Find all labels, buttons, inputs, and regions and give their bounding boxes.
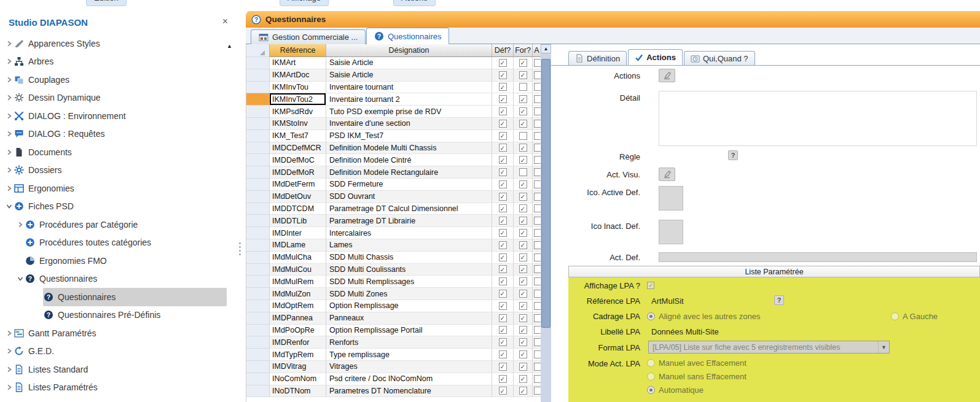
for-checkbox[interactable] (519, 132, 527, 140)
cell-designation[interactable]: Definition Modele Cintré (326, 154, 492, 166)
for-checkbox[interactable]: ✓ (519, 302, 527, 310)
cell-designation[interactable]: PSD IKM_Test7 (326, 130, 492, 142)
chevron-right-icon[interactable] (5, 366, 14, 373)
menu-item-actions[interactable]: Actions (393, 0, 436, 6)
for-checkbox[interactable]: ✓ (519, 156, 527, 164)
a-checkbox[interactable] (534, 217, 541, 225)
scrollbar-thumb[interactable] (541, 59, 551, 328)
cell-designation[interactable]: Option Remplissage Portail (326, 325, 492, 337)
for-checkbox[interactable]: ✓ (519, 229, 527, 237)
def-checkbox[interactable]: ✓ (499, 326, 507, 334)
chevron-right-icon[interactable] (5, 167, 14, 173)
table-row[interactable]: IKMInvTou2Inventaire tournant 2✓✓ (246, 93, 541, 106)
cell-designation[interactable]: Renforts (326, 336, 492, 349)
cell-reference[interactable]: IMDDefMoR (270, 166, 326, 179)
table-row[interactable]: IMDVitragVitrages✓✓ (246, 361, 541, 373)
sidebar-item-apparences-styles[interactable]: Apparences Styles (5, 34, 227, 53)
def-checkbox[interactable]: ✓ (499, 375, 507, 383)
sidebar-item-fiches-psd[interactable]: Fiches PSD (5, 198, 227, 216)
def-checkbox[interactable]: ✓ (499, 290, 507, 298)
for-checkbox[interactable]: ✓ (519, 241, 527, 249)
def-checkbox[interactable]: ✓ (499, 338, 507, 346)
cell-reference[interactable]: IMdMulZon (270, 288, 326, 300)
table-row[interactable]: IMDPanneaPanneaux✓✓ (246, 312, 541, 325)
table-row[interactable]: IKMArtDocSaisie Article✓✓ (246, 69, 541, 82)
table-row[interactable]: IMdMulChaSDD Multi Chassis✓✓ (246, 252, 541, 264)
def-checkbox[interactable]: ✓ (499, 302, 507, 310)
cell-reference[interactable]: IMDPannea (270, 312, 326, 325)
sidebar-item-couplages[interactable]: Couplages (5, 71, 227, 89)
sidebar-item-questionnaires[interactable]: ?Questionnaires (16, 270, 227, 288)
cell-designation[interactable]: Parametrage DT Librairie (326, 215, 492, 227)
table-row[interactable]: IMDLameLames✓✓ (246, 239, 541, 252)
chevron-right-icon[interactable] (5, 113, 14, 119)
a-checkbox[interactable] (534, 265, 541, 273)
def-checkbox[interactable]: ✓ (499, 363, 507, 371)
chevron-right-icon[interactable] (5, 348, 14, 354)
row-selector[interactable] (246, 191, 270, 203)
a-checkbox[interactable] (534, 59, 541, 67)
a-checkbox[interactable] (534, 95, 541, 103)
cell-designation[interactable]: Lames (326, 239, 492, 252)
sidebar-item-listes-parametres[interactable]: Listes Paramétrés (5, 379, 227, 397)
menu-item-affichage[interactable]: Affichage (280, 0, 329, 6)
def-checkbox[interactable]: ✓ (499, 95, 507, 103)
a-checkbox[interactable] (534, 387, 541, 395)
row-selector[interactable] (246, 179, 270, 191)
sidebar-item-ergonomies-fmo[interactable]: Ergonomies FMO (16, 252, 227, 270)
cadrage-lpa-radio-aligne-avec-les-autres-zones[interactable] (647, 312, 655, 320)
cell-designation[interactable]: Inventaire d'une section (326, 118, 492, 130)
sidebar-item-procedures-toutes-categories[interactable]: Procédures toutes catégories (16, 234, 227, 252)
chevron-down-icon[interactable] (16, 276, 25, 282)
a-checkbox[interactable] (534, 132, 541, 140)
def-checkbox[interactable]: ✓ (499, 193, 507, 201)
mode-act-lpa-radio-manuel-avec-effacement[interactable] (647, 359, 655, 367)
row-selector[interactable] (246, 57, 270, 69)
detail-textarea[interactable] (659, 91, 977, 146)
sidebar-item-documents[interactable]: Documents (5, 143, 227, 161)
a-checkbox[interactable] (534, 204, 541, 212)
def-checkbox[interactable]: ✓ (499, 217, 507, 225)
cell-reference[interactable]: IMDInter (270, 227, 326, 239)
scroll-up-arrow[interactable]: ▲ (541, 44, 551, 53)
table-row[interactable]: IMDInterIntercalaires✓✓ (246, 227, 541, 239)
a-checkbox[interactable] (534, 193, 541, 201)
cell-designation[interactable]: Tuto PSD exemple prise de RDV (326, 106, 492, 118)
row-selector[interactable] (246, 325, 270, 337)
row-selector[interactable] (246, 349, 270, 361)
row-selector[interactable] (246, 300, 270, 312)
cell-reference[interactable]: INoDTNom (270, 385, 326, 398)
table-row[interactable]: IMDDefMoCDefinition Modele Cintré✓✓ (246, 154, 541, 166)
menu-item-edition[interactable]: Edition (86, 0, 127, 6)
cell-reference[interactable]: IMDVitrag (270, 361, 326, 373)
row-selector[interactable] (246, 385, 270, 398)
a-checkbox[interactable] (534, 229, 541, 237)
for-checkbox[interactable]: ✓ (519, 326, 527, 334)
for-checkbox[interactable]: ✓ (519, 314, 527, 322)
table-row[interactable]: IMdDetOuvSDD Ouvrant✓✓ (246, 191, 541, 203)
def-checkbox[interactable]: ✓ (499, 83, 507, 91)
table-row[interactable]: IMDRenforRenforts✓✓ (246, 336, 541, 349)
cell-reference[interactable]: IKMStoInv (270, 118, 326, 130)
a-checkbox[interactable] (534, 180, 541, 188)
cell-designation[interactable]: Parametrage DT Calcul Dimensionnel (326, 203, 492, 215)
for-checkbox[interactable] (519, 168, 527, 176)
cell-designation[interactable]: Psd critere / Doc INoComNom (326, 373, 492, 385)
row-selector[interactable] (246, 264, 270, 276)
chevron-down-icon[interactable] (5, 203, 14, 209)
table-row[interactable]: IMdDetFermSDD Fermeture✓✓ (246, 179, 541, 191)
row-selector[interactable] (246, 154, 270, 166)
column-header-def[interactable]: Déf? (492, 44, 514, 57)
a-checkbox[interactable] (534, 350, 541, 358)
cell-reference[interactable]: IMDDTCDM (270, 203, 326, 215)
reference-lpa-help-button[interactable]: ? (774, 295, 784, 305)
def-checkbox[interactable]: ✓ (499, 156, 507, 164)
mode-act-lpa-radio-manuel-sans-effacement[interactable] (647, 373, 655, 381)
a-checkbox[interactable] (534, 253, 541, 261)
cell-designation[interactable]: Inventaire tournant 2 (326, 93, 492, 106)
document-tab-questionnaires[interactable]: ?Questionnaires (366, 28, 449, 44)
cell-reference[interactable]: IMDLame (270, 239, 326, 252)
sidebar-item-questionnaires[interactable]: ?Questionnaires (43, 288, 227, 306)
a-checkbox[interactable] (534, 168, 541, 176)
cell-designation[interactable]: Option Remplissage (326, 300, 492, 312)
